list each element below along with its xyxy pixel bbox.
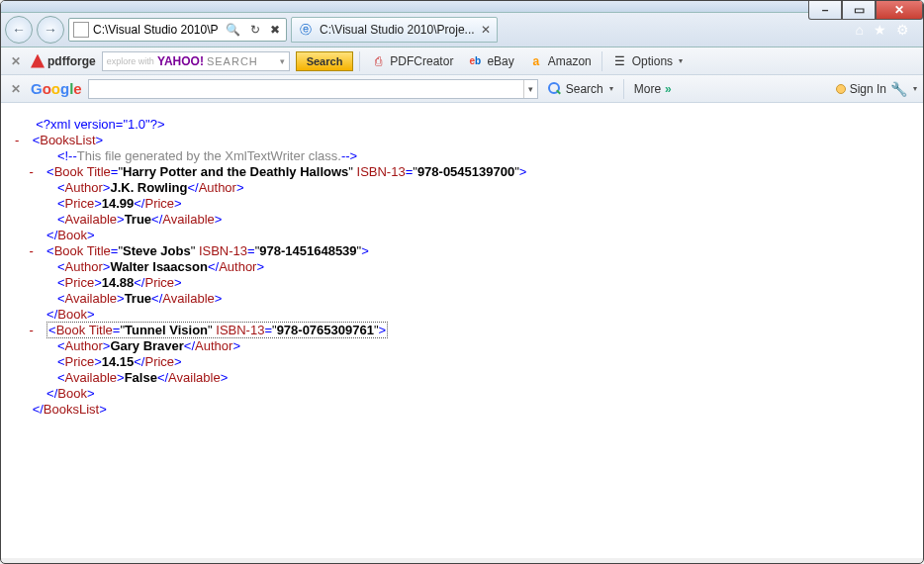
chevron-down-icon: ▾: [913, 84, 917, 93]
toolbar-close-button[interactable]: ✕: [7, 82, 25, 96]
page-icon: [73, 22, 89, 38]
favorites-icon[interactable]: ★: [874, 22, 886, 38]
more-arrows-icon: »: [665, 82, 672, 96]
separator: [359, 51, 360, 71]
more-label: More: [634, 82, 661, 96]
search-icon: [548, 82, 562, 96]
tab-close-button[interactable]: ✕: [481, 23, 491, 37]
options-icon: ☰: [612, 53, 628, 69]
tools-icon[interactable]: ⚙: [896, 22, 909, 38]
more-button[interactable]: More »: [630, 82, 676, 96]
ie-command-icons: ⌂ ★ ⚙: [856, 22, 919, 38]
google-toolbar: ✕ Google ▾ Search ▾ More » Sign In 🔧 ▾: [1, 75, 923, 103]
chevron-down-icon: ▾: [679, 56, 683, 65]
yahoo-search-label: SEARCH: [207, 55, 258, 67]
forward-button[interactable]: →: [37, 16, 64, 44]
signin-status-icon: [836, 84, 846, 94]
google-search-box[interactable]: ▾: [88, 79, 538, 99]
ebay-icon: eb: [467, 53, 483, 69]
ebay-label: eBay: [487, 54, 513, 68]
yahoo-logo: YAHOO!: [157, 54, 204, 68]
google-search-dropdown[interactable]: ▾: [523, 80, 537, 98]
pdfcreator-label: PDFCreator: [390, 54, 453, 68]
pdfforge-logo[interactable]: pdfforge: [31, 54, 96, 68]
yahoo-pre: explore with: [107, 56, 154, 66]
separator: [623, 79, 624, 99]
ie-navbar: ← → 🔍 ↻ ✖ ⓔ C:\Visual Studio 2010\Proje.…: [1, 13, 923, 47]
xml-document-view: <?xml version="1.0"?>- <BooksList> <!--T…: [1, 103, 923, 558]
pdfforge-toolbar: ✕ pdfforge explore with YAHOO! SEARCH ▾ …: [1, 47, 923, 75]
amazon-icon: a: [528, 53, 544, 69]
google-logo[interactable]: Google: [31, 80, 82, 97]
pdfforge-text: pdfforge: [47, 54, 96, 68]
yahoo-search-box[interactable]: explore with YAHOO! SEARCH ▾: [102, 51, 290, 71]
pdfforge-icon: [31, 54, 45, 68]
google-search-button[interactable]: Search ▾: [544, 82, 617, 96]
separator: [601, 51, 602, 71]
pdfcreator-icon: ⎙: [370, 53, 386, 69]
pdfcreator-button[interactable]: ⎙ PDFCreator: [366, 53, 457, 69]
back-button[interactable]: ←: [5, 16, 33, 44]
yahoo-search-button[interactable]: Search: [296, 51, 354, 71]
signin-area: Sign In 🔧 ▾: [836, 81, 917, 97]
options-button[interactable]: ☰ Options ▾: [608, 53, 687, 69]
options-label: Options: [632, 54, 673, 68]
window-close-button[interactable]: ✕: [876, 0, 923, 20]
address-bar[interactable]: 🔍 ↻ ✖: [68, 18, 287, 42]
google-search-label: Search: [566, 82, 603, 96]
address-input[interactable]: [93, 23, 222, 37]
amazon-button[interactable]: a Amazon: [524, 53, 596, 69]
ie-icon: ⓔ: [298, 22, 314, 38]
ebay-button[interactable]: eb eBay: [463, 53, 517, 69]
window-controls: – ▭ ✕: [808, 0, 923, 20]
window-maximize-button[interactable]: ▭: [842, 0, 876, 20]
chevron-down-icon: ▾: [609, 84, 613, 93]
home-icon[interactable]: ⌂: [856, 22, 864, 38]
address-actions[interactable]: 🔍 ↻ ✖: [222, 23, 284, 37]
window-titlebar: – ▭ ✕: [1, 1, 923, 13]
wrench-icon[interactable]: 🔧: [890, 81, 907, 97]
signin-button[interactable]: Sign In: [850, 82, 886, 96]
amazon-label: Amazon: [548, 54, 592, 68]
window-minimize-button[interactable]: –: [808, 0, 842, 20]
tab-title: C:\Visual Studio 2010\Proje...: [320, 23, 475, 37]
toolbar-close-button[interactable]: ✕: [7, 54, 25, 68]
browser-tab-active[interactable]: ⓔ C:\Visual Studio 2010\Proje... ✕: [291, 17, 498, 43]
yahoo-dropdown-icon[interactable]: ▾: [280, 56, 285, 66]
